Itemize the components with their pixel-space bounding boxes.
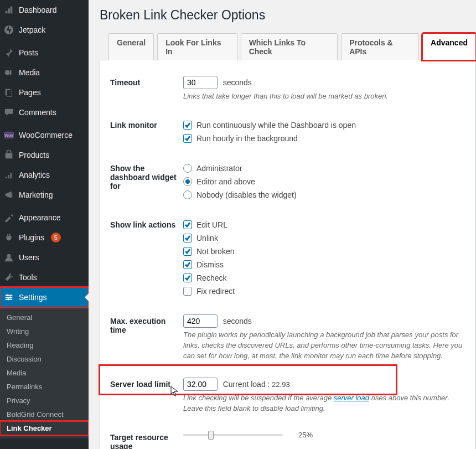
sidebar-item-label: Posts [19, 48, 38, 57]
max-exec-input[interactable] [183, 314, 218, 328]
tab-which-links[interactable]: Which Links To Check [241, 33, 338, 60]
server-load-link[interactable]: server load [334, 394, 369, 402]
radio-label: Administrator [196, 164, 242, 173]
checkbox-dismiss[interactable] [183, 260, 192, 269]
label-timeout: Timeout [110, 76, 183, 102]
sidebar-item-label: WooCommerce [19, 131, 73, 140]
label-target-resource: Target resource usage [110, 431, 183, 449]
sidebar-item-label: Marketing [19, 190, 53, 199]
sidebar-item-label: Plugins [19, 233, 44, 242]
row-link-monitor: Link monitor Run continuously while the … [110, 112, 465, 155]
checkbox-unlink[interactable] [183, 234, 192, 242]
submenu-item-writing[interactable]: Writing [0, 324, 89, 338]
tab-general[interactable]: General [108, 33, 154, 60]
checkbox-edit-url[interactable] [183, 220, 192, 229]
row-timeout: Timeout seconds Links that take longer t… [110, 69, 465, 112]
sidebar-item-settings[interactable]: Settings [0, 287, 89, 307]
checkbox-run-hourly[interactable] [183, 134, 192, 143]
marketing-icon [3, 189, 14, 200]
current-load-value: 22.93 [272, 380, 290, 389]
sidebar-item-marketing[interactable]: Marketing [0, 185, 89, 205]
svg-point-14 [7, 298, 9, 301]
submenu-item-link-checker[interactable]: Link Checker [0, 421, 89, 435]
checkbox-recheck[interactable] [183, 273, 192, 282]
sidebar-item-dashboard[interactable]: Dashboard [0, 0, 89, 20]
sidebar-item-label: Analytics [19, 171, 50, 179]
sidebar-item-woocommerce[interactable]: Woo WooCommerce [0, 125, 89, 145]
slider-thumb[interactable] [208, 431, 214, 440]
submenu-item-discussion[interactable]: Discussion [0, 352, 89, 366]
sidebar-item-label: Appearance [19, 213, 61, 222]
sidebar-item-products[interactable]: Products [0, 145, 89, 165]
submenu-item-general[interactable]: General [0, 311, 89, 324]
media-icon [3, 67, 14, 78]
svg-point-1 [5, 70, 10, 75]
sidebar-item-label: Pages [19, 88, 41, 97]
submenu-item-permalinks[interactable]: Permalinks [0, 380, 89, 394]
sidebar-item-posts[interactable]: Posts [0, 43, 89, 63]
sidebar-item-analytics[interactable]: Analytics [0, 165, 89, 185]
svg-text:Woo: Woo [4, 133, 13, 138]
checkbox-run-continuously[interactable] [183, 121, 192, 130]
server-load-input[interactable] [183, 378, 218, 391]
submenu-item-reading[interactable]: Reading [0, 338, 89, 352]
dashboard-icon [3, 4, 14, 16]
products-icon [3, 149, 14, 161]
update-badge: 5 [51, 233, 61, 242]
max-exec-unit: seconds [223, 317, 252, 326]
row-target-resource: Target resource usage 25% [110, 424, 465, 449]
sidebar-item-label: Jetpack [19, 25, 45, 34]
sidebar-item-comments[interactable]: Comments [0, 102, 89, 122]
tab-protocols[interactable]: Protocols & APIs [341, 33, 419, 60]
radio-label: Editor and above [196, 177, 255, 186]
plugins-icon [3, 232, 14, 243]
sidebar-item-users[interactable]: Users [0, 247, 89, 267]
svg-point-8 [7, 254, 11, 258]
checkbox-label: Unlink [196, 234, 218, 242]
settings-submenu: General Writing Reading Discussion Media… [0, 307, 89, 438]
target-resource-value: 25% [298, 431, 313, 439]
label-link-actions: Show link actions [110, 218, 183, 298]
target-resource-slider[interactable] [183, 434, 283, 436]
sidebar-item-appearance[interactable]: Appearance [0, 208, 89, 228]
tab-advanced[interactable]: Advanced [422, 33, 476, 60]
tab-look-for-links[interactable]: Look For Links In [157, 33, 237, 60]
sidebar-item-pages[interactable]: Pages [0, 82, 89, 102]
sidebar-item-label: Settings [19, 293, 47, 302]
timeout-input[interactable] [183, 76, 218, 89]
radio-label: Nobody (disables the widget) [196, 190, 297, 199]
checkbox-label: Edit URL [196, 220, 227, 229]
sidebar-item-plugins[interactable]: Plugins 5 [0, 228, 89, 247]
admin-sidebar: Dashboard Jetpack Posts Media Pages Comm… [0, 0, 89, 449]
timeout-desc: Links that take longer than this to load… [183, 91, 465, 102]
radio-administrator[interactable] [183, 164, 192, 173]
submenu-item-boldgrid[interactable]: BoldGrid Connect [0, 407, 89, 421]
svg-point-13 [9, 296, 12, 298]
row-widget-for: Show the dashboard widget for Administra… [110, 155, 465, 211]
submenu-item-media[interactable]: Media [0, 366, 89, 380]
appearance-icon [3, 212, 14, 223]
main-content: Broken Link Checker Options General Look… [89, 0, 476, 449]
submenu-item-privacy[interactable]: Privacy [0, 394, 89, 407]
sidebar-item-label: Tools [19, 273, 37, 282]
radio-editor-and-above[interactable] [183, 177, 192, 186]
row-max-exec: Max. execution time seconds The plugin w… [110, 308, 465, 371]
users-icon [3, 252, 14, 263]
sidebar-item-tools[interactable]: Tools [0, 267, 89, 287]
options-tabs: General Look For Links In Which Links To… [108, 33, 476, 60]
checkbox-not-broken[interactable] [183, 247, 192, 256]
checkbox-label: Run hourly in the background [196, 134, 298, 143]
radio-nobody[interactable] [183, 190, 192, 199]
label-max-exec: Max. execution time [110, 314, 183, 362]
checkbox-label: Dismiss [196, 260, 224, 269]
checkbox-fix-redirect[interactable] [183, 287, 192, 296]
settings-icon [3, 292, 14, 303]
options-panel: Timeout seconds Links that take longer t… [100, 60, 476, 449]
svg-rect-3 [7, 90, 12, 97]
tools-icon [3, 272, 14, 283]
sidebar-item-jetpack[interactable]: Jetpack [0, 20, 89, 40]
sidebar-item-media[interactable]: Media [0, 63, 89, 82]
pages-icon [3, 87, 14, 98]
checkbox-label: Run continuously while the Dashboard is … [196, 121, 356, 130]
max-exec-desc: The plugin works by periodically launchi… [183, 330, 465, 362]
